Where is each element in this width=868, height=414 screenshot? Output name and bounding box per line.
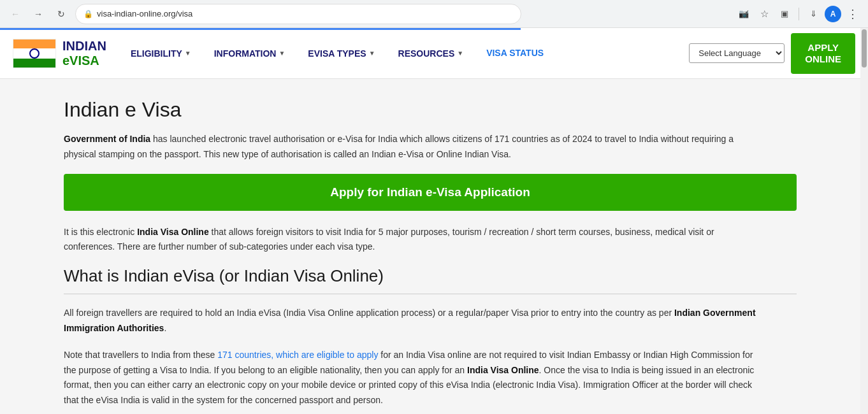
evisa-types-arrow: ▼ <box>369 50 375 57</box>
what-paragraph-2: Note that travellers to India from these… <box>64 348 765 408</box>
page-title: Indian e Visa <box>64 98 830 122</box>
forward-button[interactable]: → <box>29 5 47 23</box>
download-icon[interactable]: ⇓ <box>804 5 822 23</box>
back-button[interactable]: ← <box>6 5 24 23</box>
apply-online-button[interactable]: APPLY ONLINE <box>791 33 855 74</box>
nav-right: Select Language APPLY ONLINE <box>689 33 855 74</box>
browser-chrome: ← → ↻ 🔒 📷̸ ☆ ▣ ⇓ A ⋮ <box>0 0 868 28</box>
bookmark-icon[interactable]: ☆ <box>755 5 773 23</box>
logo[interactable]: INDIAN eVISA <box>13 39 106 68</box>
nav-item-information[interactable]: INFORMATION ▼ <box>203 28 297 79</box>
flag-white <box>13 48 55 59</box>
url-input[interactable] <box>97 9 513 18</box>
content-area: Indian e Visa Government of India has la… <box>0 79 868 414</box>
scrollbar-thumb[interactable] <box>862 29 867 68</box>
navbar: INDIAN eVISA ELIGIBILITY ▼ INFORMATION ▼… <box>0 28 868 79</box>
logo-evisa: eVISA <box>62 54 106 68</box>
nav-menu: ELIGIBILITY ▼ INFORMATION ▼ eVISA TYPES … <box>119 28 676 79</box>
flag-saffron <box>13 39 55 48</box>
eligible-countries-link[interactable]: 171 countries, which are eligible to app… <box>217 350 378 360</box>
menu-icon[interactable]: ⋮ <box>844 5 862 23</box>
scrollbar[interactable] <box>860 28 868 414</box>
ashoka-chakra <box>29 48 40 59</box>
language-select[interactable]: Select Language <box>689 43 785 63</box>
information-arrow: ▼ <box>278 50 285 57</box>
resources-arrow: ▼ <box>457 50 463 57</box>
apply-banner[interactable]: Apply for Indian e-Visa Application <box>64 174 797 211</box>
progress-bar <box>0 28 521 30</box>
intro-text: has launched electronic travel authorisa… <box>64 134 734 159</box>
flag-green <box>13 59 55 68</box>
nav-item-visa-status[interactable]: VISA STATUS <box>475 28 555 79</box>
logo-text: INDIAN eVISA <box>62 39 106 68</box>
no-camera-icon[interactable]: 📷̸ <box>735 5 753 23</box>
intro-paragraph: Government of India has launched electro… <box>64 132 765 162</box>
address-bar: 🔒 <box>75 4 521 24</box>
page-wrapper: INDIAN eVISA ELIGIBILITY ▼ INFORMATION ▼… <box>0 28 868 414</box>
section-divider <box>64 294 797 294</box>
eligibility-arrow: ▼ <box>185 50 191 57</box>
nav-item-evisa-types[interactable]: eVISA TYPES ▼ <box>296 28 386 79</box>
nav-item-eligibility[interactable]: ELIGIBILITY ▼ <box>119 28 203 79</box>
india-visa-online-bold: India Visa Online <box>137 227 209 237</box>
reload-button[interactable]: ↻ <box>52 5 70 23</box>
what-paragraph-1: All foreign travellers are required to h… <box>64 306 765 336</box>
browser-toolbar-right: 📷̸ ☆ ▣ ⇓ A ⋮ <box>735 5 862 23</box>
purposes-paragraph: It is this electronic India Visa Online … <box>64 225 765 255</box>
security-icon: 🔒 <box>83 10 93 18</box>
divider <box>799 8 799 20</box>
nav-item-resources[interactable]: RESOURCES ▼ <box>387 28 475 79</box>
section-title: What is Indian eVisa (or Indian Visa Onl… <box>64 266 830 286</box>
logo-indian: INDIAN <box>62 39 106 54</box>
india-visa-online-bold-2: India Visa Online <box>467 365 539 375</box>
india-flag <box>13 39 56 68</box>
gov-india-bold: Government of India <box>64 134 150 144</box>
profile-avatar[interactable]: A <box>825 6 841 22</box>
extension-icon[interactable]: ▣ <box>776 5 793 23</box>
